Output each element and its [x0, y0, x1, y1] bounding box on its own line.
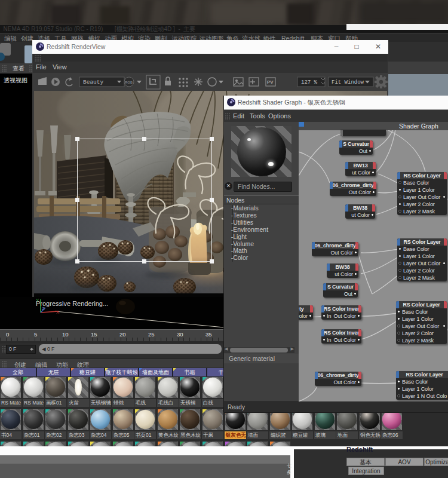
svg-text:Fit Window: Fit Window	[332, 79, 364, 85]
svg-text:127 %: 127 %	[301, 79, 318, 85]
svg-text:RGB: RGB	[125, 81, 133, 84]
svg-text:Z: Z	[42, 306, 45, 311]
svg-text:Y: Y	[36, 298, 39, 303]
svg-text:X: X	[56, 310, 60, 315]
svg-text:PV: PV	[267, 79, 274, 85]
svg-text:Beauty: Beauty	[83, 79, 104, 85]
